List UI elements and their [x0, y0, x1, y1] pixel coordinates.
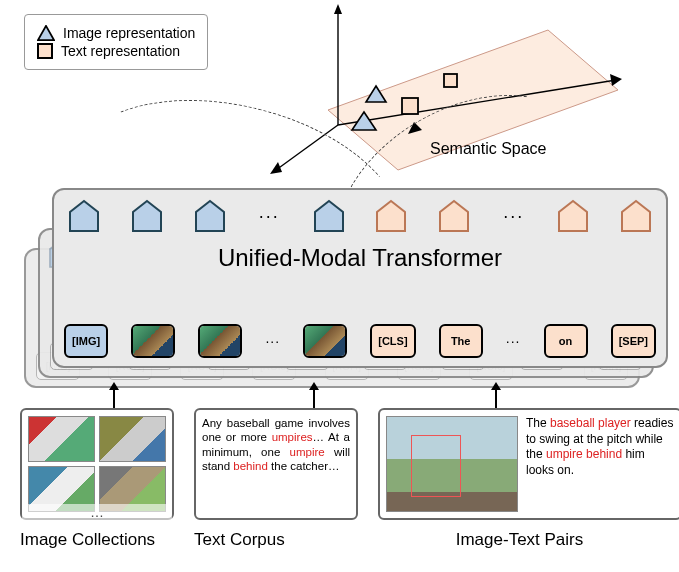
tok-word-the: The	[439, 324, 483, 358]
svg-rect-11	[444, 74, 457, 87]
tc-post: the catcher…	[268, 460, 340, 472]
output-img-2	[129, 198, 165, 234]
output-dots-2: ···	[499, 206, 528, 227]
tok-img-patch-3	[303, 324, 347, 358]
output-dots-1: ···	[255, 206, 284, 227]
pair-photo	[386, 416, 518, 512]
tok-cls: [CLS]	[370, 324, 415, 358]
svg-marker-3	[334, 4, 342, 14]
pair-caption: The baseball player readies to swing at …	[526, 416, 674, 512]
tc-hl2: umpire	[290, 446, 325, 458]
square-icon	[37, 43, 53, 59]
output-txt-1	[373, 198, 409, 234]
arrow-from-text	[313, 388, 315, 410]
tok-img-patch-2	[198, 324, 242, 358]
output-img-4	[311, 198, 347, 234]
legend-box: Image representation Text representation	[24, 14, 208, 70]
tc-hl3: behind	[233, 460, 268, 472]
input-row: [IMG] ··· [CLS] The ··· on [SEP]	[64, 324, 656, 358]
tc-hl1: umpires	[272, 431, 313, 443]
output-img-3	[192, 198, 228, 234]
input-dots-1: ···	[265, 333, 280, 349]
arrow-from-pairs	[495, 388, 497, 410]
label-image-collections: Image Collections	[20, 530, 194, 550]
triangle-icon	[37, 25, 55, 41]
sources-row: … Any baseball game involves one or more…	[20, 408, 665, 520]
thumb-1	[28, 416, 95, 462]
transformer-stack-front: ··· ··· Unified-Modal Transformer [IMG] …	[52, 188, 668, 368]
output-txt-2	[436, 198, 472, 234]
legend-row-text: Text representation	[37, 43, 195, 59]
text-corpus-box: Any baseball game involves one or more u…	[194, 408, 358, 520]
output-txt-3	[555, 198, 591, 234]
input-dots-2: ···	[506, 333, 521, 349]
legend-text-label: Text representation	[61, 43, 180, 59]
tok-word-on: on	[544, 324, 588, 358]
thumb-2	[99, 416, 166, 462]
image-collections-more: …	[22, 504, 172, 520]
output-img-1	[66, 198, 102, 234]
pc-pre: The	[526, 416, 550, 430]
legend-row-image: Image representation	[37, 25, 195, 41]
output-row: ··· ···	[66, 198, 654, 234]
svg-rect-10	[402, 98, 418, 114]
pc-hl1: baseball player	[550, 416, 631, 430]
tok-sep: [SEP]	[611, 324, 656, 358]
pair-box: The baseball player readies to swing at …	[378, 408, 679, 520]
arrow-from-images	[113, 388, 115, 410]
output-txt-4	[618, 198, 654, 234]
svg-marker-7	[610, 74, 622, 86]
label-text-corpus: Text Corpus	[194, 530, 372, 550]
transformer-title: Unified-Modal Transformer	[54, 244, 666, 272]
image-collections-box: …	[20, 408, 174, 520]
label-pairs: Image-Text Pairs	[372, 530, 667, 550]
legend-image-label: Image representation	[63, 25, 195, 41]
pc-hl2: umpire behind	[546, 447, 622, 461]
svg-marker-0	[38, 26, 54, 40]
tok-img-tag: [IMG]	[64, 324, 108, 358]
source-labels: Image Collections Text Corpus Image-Text…	[20, 530, 667, 550]
tok-img-patch-1	[131, 324, 175, 358]
